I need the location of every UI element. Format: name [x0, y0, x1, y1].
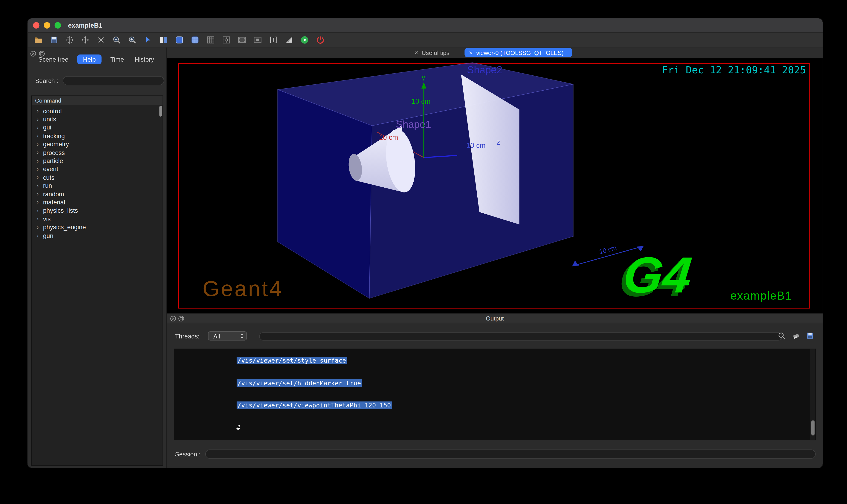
- dual-view-button[interactable]: [159, 36, 168, 44]
- output-title-bar: Output: [167, 313, 823, 323]
- tree-item[interactable]: › gun: [32, 231, 162, 239]
- chevron-right-icon: ›: [37, 208, 39, 214]
- close-button[interactable]: [33, 22, 39, 29]
- zoom-out-button[interactable]: [112, 36, 121, 44]
- traffic-lights: [33, 22, 61, 29]
- tree-item[interactable]: › control: [32, 107, 162, 115]
- close-tab-icon[interactable]: ✕: [469, 50, 473, 55]
- tab-scene-tree[interactable]: Scene tree: [36, 54, 70, 64]
- console-output[interactable]: /vis/viewer/set/style surface /vis/viewe…: [174, 348, 816, 440]
- chevron-right-icon: ›: [37, 133, 39, 139]
- console-scrollbar-thumb[interactable]: [811, 420, 815, 435]
- output-clear-button[interactable]: [793, 332, 800, 339]
- shape1-label: Shape1: [396, 119, 431, 130]
- zoom-button[interactable]: [54, 22, 61, 29]
- zoom-in-button[interactable]: [128, 36, 137, 44]
- window-title: exampleB1: [68, 22, 102, 29]
- desktop: exampleB1: [0, 0, 847, 504]
- tab-useful-tips[interactable]: ✕ Useful tips: [414, 48, 449, 57]
- output-search-button[interactable]: [778, 332, 785, 339]
- tree-item-label: random: [43, 191, 64, 197]
- tree-item[interactable]: › vis: [32, 215, 162, 223]
- view-axes-button[interactable]: [65, 36, 74, 44]
- right-area: ✕ Useful tips ✕ viewer-0 (TOOLSSG_QT_GLE…: [167, 48, 823, 468]
- ruler-scale-label: 10 cm: [599, 244, 617, 255]
- tree-item[interactable]: › tracking: [32, 132, 162, 140]
- save-button[interactable]: [50, 36, 58, 44]
- tree-item[interactable]: › material: [32, 198, 162, 206]
- session-input[interactable]: [205, 450, 816, 459]
- tab-history[interactable]: History: [133, 54, 156, 64]
- tree-item-label: vis: [43, 216, 51, 222]
- tree-item[interactable]: › process: [32, 148, 162, 157]
- viewport[interactable]: y 10 cm 10 cm 10 cm z: [167, 58, 823, 313]
- geant4-watermark: Geant4: [203, 276, 283, 301]
- filmstrip-button[interactable]: [254, 36, 262, 44]
- z-axis-scale-label: 10 cm: [467, 141, 486, 149]
- output-float-button[interactable]: [178, 316, 184, 322]
- tab-time[interactable]: Time: [108, 54, 126, 64]
- threads-dropdown[interactable]: All: [208, 331, 247, 341]
- chevron-right-icon: ›: [37, 175, 39, 180]
- tree-item[interactable]: › physics_lists: [32, 206, 162, 215]
- viewport-canvas[interactable]: y 10 cm 10 cm 10 cm z: [167, 58, 823, 313]
- tab-help[interactable]: Help: [77, 54, 102, 64]
- tree-item-label: event: [43, 166, 58, 172]
- close-tab-icon[interactable]: ✕: [414, 50, 418, 55]
- tree-item-label: material: [43, 199, 65, 205]
- exit-button[interactable]: [316, 36, 325, 44]
- main-content: Scene tree Help Time History Search : Co…: [28, 48, 823, 468]
- chevron-right-icon: ›: [37, 199, 39, 205]
- tree-item[interactable]: › units: [32, 115, 162, 124]
- tree-item[interactable]: › run: [32, 182, 162, 190]
- title-bar[interactable]: exampleB1: [28, 18, 823, 33]
- tree-item[interactable]: › geometry: [32, 140, 162, 148]
- solid-style-button[interactable]: [175, 36, 184, 44]
- z-axis-label: z: [497, 138, 500, 146]
- tree-item[interactable]: › physics_engine: [32, 223, 162, 231]
- chevron-right-icon: ›: [37, 149, 39, 156]
- tree-item[interactable]: › random: [32, 190, 162, 198]
- rotate-button[interactable]: [97, 36, 105, 44]
- tree-scrollbar[interactable]: [159, 106, 162, 116]
- pick-button[interactable]: [144, 36, 152, 44]
- output-save-button[interactable]: [807, 332, 814, 339]
- tree-item-label: particle: [43, 158, 63, 164]
- output-close-button[interactable]: [170, 316, 176, 322]
- mesh-button[interactable]: [222, 36, 231, 44]
- ruler-button[interactable]: [285, 36, 293, 44]
- run-button[interactable]: [300, 36, 309, 44]
- movie-button[interactable]: [238, 36, 246, 44]
- chevron-right-icon: ›: [37, 233, 39, 239]
- search-input[interactable]: [63, 76, 164, 85]
- shape2-label: Shape2: [467, 64, 502, 75]
- tree-item[interactable]: › cuts: [32, 173, 162, 182]
- console-line-text: /vis/viewer/set/hiddenMarker true: [236, 379, 362, 387]
- tree-item-label: gui: [43, 124, 51, 131]
- wireframe-style-button[interactable]: [191, 36, 199, 44]
- session-label: Session :: [175, 451, 201, 457]
- dock-close-button[interactable]: [30, 51, 36, 57]
- pan-button[interactable]: [81, 36, 90, 44]
- tree-item-label: geometry: [43, 141, 69, 147]
- console-line-text: #: [236, 424, 240, 432]
- threads-value: All: [213, 333, 220, 339]
- tab-viewer-0-label: viewer-0 (TOOLSSG_QT_GLES): [476, 50, 564, 56]
- chevron-right-icon: ›: [37, 141, 39, 147]
- tree-item[interactable]: › particle: [32, 157, 162, 165]
- tree-item[interactable]: › event: [32, 165, 162, 173]
- open-file-button[interactable]: [34, 36, 43, 44]
- tab-viewer-0[interactable]: ✕ viewer-0 (TOOLSSG_QT_GLES): [465, 48, 572, 57]
- left-panel: Scene tree Help Time History Search : Co…: [28, 48, 167, 468]
- projection-button[interactable]: [269, 36, 278, 44]
- dropdown-stepper-icon: [239, 333, 245, 339]
- tree-item[interactable]: › gui: [32, 124, 162, 132]
- console-line-text: /vis/viewer/set/viewpointThetaPhi 120 15…: [236, 402, 392, 409]
- grid-button[interactable]: [206, 36, 215, 44]
- toolbar: [28, 33, 823, 47]
- minimize-button[interactable]: [44, 22, 50, 29]
- console-line-text: /vis/viewer/set/style surface: [236, 357, 347, 364]
- output-filter-input[interactable]: [259, 332, 782, 341]
- chevron-right-icon: ›: [37, 191, 39, 197]
- x-axis-scale-label: 10 cm: [379, 133, 398, 141]
